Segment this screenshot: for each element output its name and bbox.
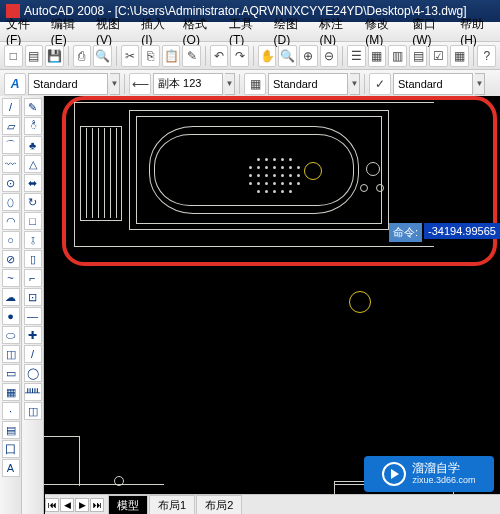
dim-style-select[interactable]: 副本 123 <box>153 73 223 95</box>
table-style-icon[interactable]: ▦ <box>244 73 266 95</box>
separator <box>253 46 254 66</box>
modify-tool-icon[interactable]: ⊡ <box>24 288 42 306</box>
dropdown-icon[interactable]: ▼ <box>110 73 120 95</box>
modify-tool-icon[interactable]: □ <box>24 212 42 230</box>
draw-tool-icon[interactable]: ~ <box>2 269 20 287</box>
draw-tool-icon[interactable]: ● <box>2 307 20 325</box>
dcenter-icon[interactable]: ▦ <box>368 45 387 67</box>
modify-tool-icon[interactable]: — <box>24 307 42 325</box>
draw-tool-icon[interactable]: ☁ <box>2 288 20 306</box>
modify-tool-icon[interactable]: ✎ <box>24 98 42 116</box>
dropdown-icon[interactable]: ▼ <box>225 73 235 95</box>
cut-icon[interactable]: ✂ <box>121 45 140 67</box>
menu-dimension[interactable]: 标注(N) <box>313 16 359 47</box>
modify-tool-icon[interactable]: ⫱ <box>24 231 42 249</box>
draw-tool-icon[interactable]: ▱ <box>2 117 20 135</box>
draw-tool-icon[interactable]: ⌒ <box>2 136 20 154</box>
props-icon[interactable]: ☰ <box>347 45 366 67</box>
preview-icon[interactable]: 🔍 <box>93 45 112 67</box>
jet-dot <box>273 174 276 177</box>
calc-icon[interactable]: ▦ <box>450 45 469 67</box>
tab-prev-icon[interactable]: ◀ <box>60 498 74 512</box>
menu-format[interactable]: 格式(O) <box>177 16 223 47</box>
modify-tool-icon[interactable]: ◯ <box>24 364 42 382</box>
workspace: /▱⌒〰⊙⬯◠○⊘~☁●⬭◫▭▦·▤囗A ✎ಿ♣△⬌↻□⫱▯⌐⊡—✚/◯ᚊ◫ <box>0 96 500 514</box>
dropdown-icon[interactable]: ▼ <box>350 73 360 95</box>
tab-layout2[interactable]: 布局2 <box>196 495 242 515</box>
modify-tool-icon[interactable]: ↻ <box>24 193 42 211</box>
modify-tool-icon[interactable]: ಿ <box>24 117 42 135</box>
tab-model[interactable]: 模型 <box>108 495 148 515</box>
draw-tool-icon[interactable]: ▤ <box>2 421 20 439</box>
dim-style-icon[interactable]: ⟵ <box>129 73 151 95</box>
draw-tool-icon[interactable]: ▭ <box>2 364 20 382</box>
cad-line <box>74 102 75 246</box>
bathtub-basin-2 <box>154 134 354 206</box>
draw-tool-icon[interactable]: ◫ <box>2 345 20 363</box>
text-style-select[interactable]: Standard <box>28 73 108 95</box>
plot-icon[interactable]: ⎙ <box>73 45 92 67</box>
help-icon[interactable]: ? <box>477 45 496 67</box>
draw-tool-icon[interactable]: / <box>2 98 20 116</box>
undo-icon[interactable]: ↶ <box>210 45 229 67</box>
save-icon[interactable]: 💾 <box>45 45 64 67</box>
drawing-canvas[interactable]: 命令: -34194.99565 溜溜自学 zixue.3d66.com <box>44 96 500 514</box>
draw-tool-icon[interactable]: 囗 <box>2 440 20 458</box>
modify-tool-icon[interactable]: ⌐ <box>24 269 42 287</box>
zoom-win-icon[interactable]: ⊕ <box>299 45 318 67</box>
draw-tool-icon[interactable]: · <box>2 402 20 420</box>
modify-tool-icon[interactable]: ♣ <box>24 136 42 154</box>
tab-first-icon[interactable]: ⏮ <box>45 498 59 512</box>
paste-icon[interactable]: 📋 <box>162 45 181 67</box>
menu-insert[interactable]: 插入(I) <box>135 16 176 47</box>
pan-icon[interactable]: ✋ <box>258 45 277 67</box>
tab-last-icon[interactable]: ⏭ <box>90 498 104 512</box>
mleader-style-icon[interactable]: ✓ <box>369 73 391 95</box>
draw-tool-icon[interactable]: A <box>2 459 20 477</box>
draw-tool-icon[interactable]: ⬭ <box>2 326 20 344</box>
menu-draw[interactable]: 绘图(D) <box>268 16 314 47</box>
new-icon[interactable]: □ <box>4 45 23 67</box>
draw-tool-icon[interactable]: ⬯ <box>2 193 20 211</box>
table-style-select[interactable]: Standard <box>268 73 348 95</box>
modify-tool-icon[interactable]: ⬌ <box>24 174 42 192</box>
menu-bar[interactable]: 文件(F) 编辑(E) 视图(V) 插入(I) 格式(O) 工具(T) 绘图(D… <box>0 22 500 42</box>
zoom-rt-icon[interactable]: 🔍 <box>278 45 297 67</box>
tab-layout1[interactable]: 布局1 <box>149 495 195 515</box>
menu-tools[interactable]: 工具(T) <box>223 16 268 47</box>
menu-modify[interactable]: 修改(M) <box>359 16 406 47</box>
modify-tool-icon[interactable]: △ <box>24 155 42 173</box>
modify-tool-icon[interactable]: ᚊ <box>24 383 42 401</box>
draw-tool-icon[interactable]: ◠ <box>2 212 20 230</box>
modify-tool-icon[interactable]: ✚ <box>24 326 42 344</box>
draw-tool-icon[interactable]: ▦ <box>2 383 20 401</box>
copy-icon[interactable]: ⎘ <box>141 45 160 67</box>
match-icon[interactable]: ✎ <box>182 45 201 67</box>
draw-tool-icon[interactable]: ⊘ <box>2 250 20 268</box>
mleader-style-select[interactable]: Standard <box>393 73 473 95</box>
modify-tool-icon[interactable]: / <box>24 345 42 363</box>
modify-tool-icon[interactable]: ◫ <box>24 402 42 420</box>
menu-view[interactable]: 视图(V) <box>90 16 135 47</box>
cad-line <box>116 128 117 218</box>
tab-nav[interactable]: ⏮ ◀ ▶ ⏭ <box>45 498 104 512</box>
zoom-prev-icon[interactable]: ⊖ <box>320 45 339 67</box>
jet-dot <box>297 182 300 185</box>
open-icon[interactable]: ▤ <box>25 45 44 67</box>
menu-edit[interactable]: 编辑(E) <box>45 16 90 47</box>
draw-tool-icon[interactable]: ⊙ <box>2 174 20 192</box>
command-input[interactable]: -34194.99565 <box>424 223 500 239</box>
menu-window[interactable]: 窗口(W) <box>406 16 454 47</box>
markup-icon[interactable]: ☑ <box>429 45 448 67</box>
sheetset-icon[interactable]: ▤ <box>409 45 428 67</box>
draw-tool-icon[interactable]: ○ <box>2 231 20 249</box>
menu-file[interactable]: 文件(F) <box>0 16 45 47</box>
tab-next-icon[interactable]: ▶ <box>75 498 89 512</box>
draw-tool-icon[interactable]: 〰 <box>2 155 20 173</box>
menu-help[interactable]: 帮助(H) <box>454 16 500 47</box>
redo-icon[interactable]: ↷ <box>230 45 249 67</box>
text-style-icon[interactable]: A <box>4 73 26 95</box>
tpalette-icon[interactable]: ▥ <box>388 45 407 67</box>
dropdown-icon[interactable]: ▼ <box>475 73 485 95</box>
modify-tool-icon[interactable]: ▯ <box>24 250 42 268</box>
